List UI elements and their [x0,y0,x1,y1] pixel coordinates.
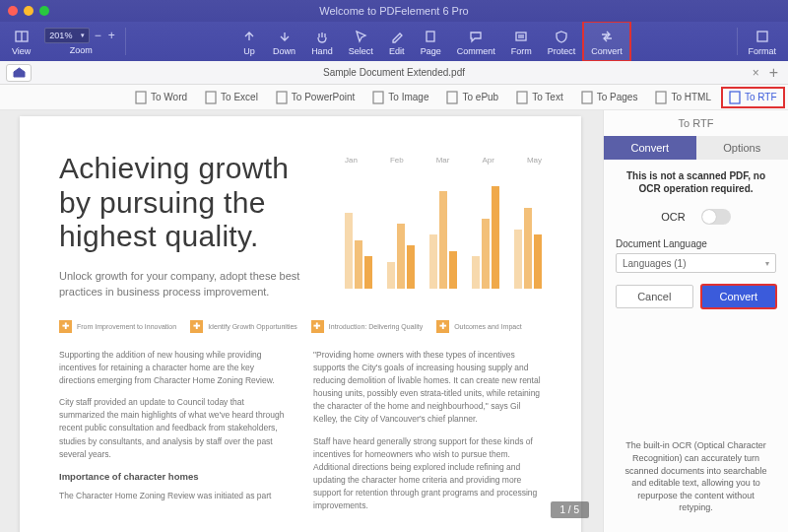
panel-tabs: Convert Options [604,136,788,160]
ocr-toggle[interactable] [701,209,731,225]
feature-item: ✚Identify Growth Opportunities [190,320,297,333]
form-button[interactable]: Form [503,22,540,61]
page-counter: 1 / 5 [551,501,589,518]
up-button[interactable]: Up [233,22,265,61]
main-toolbar: View 201%▾ − + Zoom Up Down Hand Select … [0,22,788,61]
body-columns: Supporting the addition of new housing w… [59,349,542,522]
ocr-label: OCR [661,211,685,223]
feature-item: ✚Introduction: Delivering Quality [311,320,423,333]
to-rtf-button[interactable]: To RTF [722,88,784,107]
svg-rect-11 [447,92,457,103]
zoom-dropdown[interactable]: 201%▾ [44,28,90,43]
window-title: Welcome to PDFelement 6 Pro [0,5,788,17]
zoom-group: 201%▾ − + Zoom [38,22,123,61]
zoom-in-button[interactable]: + [105,29,117,42]
document-viewport[interactable]: Achieving growth by pursuing the highest… [0,110,603,532]
to-word-button[interactable]: To Word [128,88,194,107]
convert-action-button[interactable]: Convert [701,285,777,308]
document-tab-title: Sample Document Extended.pdf [0,67,788,78]
hand-icon [315,28,329,45]
page-icon [424,28,437,45]
convert-panel: To RTF Convert Options This is not a sca… [603,110,788,532]
page-lead: Unlock growth for your company, adopt th… [59,268,305,300]
language-label: Document Language [616,238,776,249]
ocr-description: The built-in OCR (Optical Character Reco… [616,439,776,522]
workspace: Achieving growth by pursuing the highest… [0,110,788,532]
svg-rect-3 [516,33,526,40]
tab-bar: Sample Document Extended.pdf × + [0,61,788,85]
svg-rect-13 [582,92,592,103]
format-icon [755,28,769,45]
feature-item: ✚Outcomes and Impact [436,320,521,333]
edit-button[interactable]: Edit [381,22,413,61]
chevron-down-icon: ▾ [765,259,769,268]
svg-rect-15 [730,92,740,103]
format-button[interactable]: Format [740,22,784,61]
comment-button[interactable]: Comment [449,22,503,61]
to-epub-button[interactable]: To ePub [439,88,505,107]
to-text-button[interactable]: To Text [509,88,570,107]
to-excel-button[interactable]: To Excel [198,88,265,107]
icon-row: ✚From Improvement to Innovation✚Identify… [59,320,542,333]
subheading: Importance of character homes [59,470,288,485]
feature-item: ✚From Improvement to Innovation [59,320,176,333]
panel-title: To RTF [604,110,788,136]
shield-icon [555,28,568,45]
hand-button[interactable]: Hand [303,22,341,61]
arrow-down-icon [278,28,292,45]
panel-tab-convert[interactable]: Convert [604,136,696,160]
svg-rect-7 [136,92,146,103]
svg-rect-8 [206,92,216,103]
svg-rect-12 [517,92,527,103]
select-button[interactable]: Select [341,22,381,61]
view-button[interactable]: View [4,22,38,61]
page-button[interactable]: Page [413,22,449,61]
comment-icon [469,28,483,45]
svg-rect-9 [277,92,287,103]
convert-button[interactable]: Convert [583,22,630,61]
language-dropdown[interactable]: Languages (1) ▾ [616,253,776,273]
title-bar: Welcome to PDFelement 6 Pro [0,0,788,22]
svg-rect-6 [757,32,767,41]
cursor-icon [354,28,367,45]
down-button[interactable]: Down [265,22,303,61]
convert-toolbar: To Word To Excel To PowerPoint To Image … [0,85,788,110]
pdf-page: Achieving growth by pursuing the highest… [20,116,581,532]
ocr-note: This is not a scanned PDF, no OCR operat… [616,169,776,195]
svg-rect-14 [656,92,666,103]
panel-tab-options[interactable]: Options [696,136,789,160]
cancel-button[interactable]: Cancel [616,285,693,308]
svg-rect-2 [427,32,434,41]
to-image-button[interactable]: To Image [365,88,435,107]
arrow-up-icon [242,28,256,45]
zoom-out-button[interactable]: − [92,29,103,42]
view-icon [14,28,30,45]
form-icon [514,28,528,45]
svg-rect-10 [373,92,383,103]
to-powerpoint-button[interactable]: To PowerPoint [269,88,361,107]
pencil-icon [390,28,404,45]
convert-icon [599,28,615,45]
to-pages-button[interactable]: To Pages [574,88,645,107]
to-html-button[interactable]: To HTML [648,88,718,107]
bar-chart: JanFebMarAprMay [345,156,542,303]
protect-button[interactable]: Protect [540,22,584,61]
